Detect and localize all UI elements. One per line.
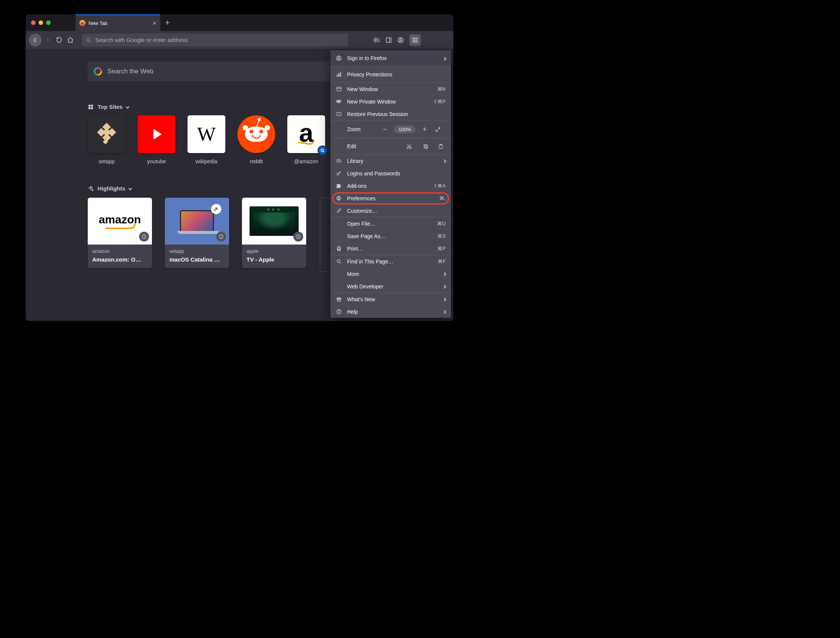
forward-button[interactable] (42, 35, 53, 45)
highlight-card-amazon[interactable]: amazon amazonAmazon.com: O… (88, 198, 152, 268)
menu-label: Logins and Passwords (347, 171, 400, 177)
menu-save-as[interactable]: Save Page As… ⌘S (330, 230, 451, 242)
svg-rect-30 (338, 246, 340, 248)
paste-button[interactable] (435, 144, 447, 149)
app-menu-button[interactable] (409, 35, 421, 46)
svg-point-8 (321, 149, 324, 152)
menu-preferences[interactable]: Preferences ⌘, (330, 192, 451, 204)
youtube-icon (153, 129, 162, 139)
google-icon (94, 67, 102, 76)
zoom-label: Zoom (347, 126, 379, 132)
menu-label: Sign in to Firefox (347, 55, 387, 61)
chevron-down-icon (126, 105, 129, 109)
menu-find[interactable]: Find in This Page… ⌘F (330, 255, 451, 268)
reload-button[interactable] (54, 35, 64, 45)
menu-label: Library (347, 158, 363, 164)
menu-print[interactable]: Print… ⌘P (330, 242, 451, 255)
highlights-label: Highlights (98, 185, 125, 192)
mask-icon (336, 99, 342, 105)
help-icon (336, 309, 342, 314)
chart-icon (336, 72, 342, 77)
close-tab-button[interactable]: × (153, 20, 156, 27)
menu-accel: ⌘P (437, 246, 446, 251)
app-menu: Sign in to Firefox Privacy Protections N… (330, 50, 451, 318)
copy-button[interactable] (420, 144, 431, 149)
svg-point-19 (339, 101, 340, 102)
svg-rect-17 (336, 87, 341, 91)
fullscreen-button[interactable] (435, 126, 447, 132)
library-button[interactable] (373, 37, 380, 43)
search-icon (85, 37, 92, 43)
menu-label: More (347, 271, 359, 277)
top-site-wikipedia[interactable]: W wikipedia (188, 115, 225, 164)
menu-accel: ⇧⌘A (433, 183, 446, 189)
menu-web-developer[interactable]: Web Developer (330, 280, 451, 292)
menu-sign-in[interactable]: Sign in to Firefox (330, 50, 451, 66)
top-site-setapp[interactable]: setapp (88, 115, 126, 164)
brush-icon (336, 208, 342, 213)
menu-label: Save Page As… (347, 233, 385, 239)
tile-label: @amazon (287, 158, 325, 164)
wikipedia-icon: W (197, 123, 215, 145)
top-site-reddit[interactable]: reddit (237, 115, 275, 164)
highlight-card-apple[interactable]: appleTV - Apple (242, 198, 306, 268)
chevron-right-icon (443, 271, 446, 277)
menu-help[interactable]: Help (330, 305, 451, 318)
menu-label: Customize… (347, 208, 377, 214)
url-bar[interactable]: Search with Google or enter address (82, 34, 348, 46)
setapp-icon (97, 125, 116, 144)
highlights-header[interactable]: Highlights (88, 185, 131, 192)
chevron-down-icon (128, 187, 132, 191)
search-web-box[interactable]: Search the Web (88, 62, 333, 81)
home-button[interactable] (65, 35, 76, 45)
top-site-youtube[interactable]: youtube (137, 115, 175, 164)
menu-privacy[interactable]: Privacy Protections (330, 66, 451, 82)
account-button[interactable] (397, 37, 404, 43)
menu-customize[interactable]: Customize… (330, 204, 451, 217)
svg-point-21 (407, 147, 408, 148)
browser-tab[interactable]: New Tab × (76, 14, 160, 31)
svg-point-28 (338, 198, 339, 199)
zoom-in-button[interactable]: + (418, 125, 431, 133)
svg-rect-24 (424, 144, 427, 147)
menu-logins[interactable]: Logins and Passwords (330, 167, 451, 180)
menu-accel: ⌘N (437, 86, 446, 92)
menu-addons[interactable]: Add-ons ⇧⌘A (330, 180, 451, 192)
menu-label: Web Developer (347, 283, 383, 289)
menu-more[interactable]: More (330, 268, 451, 280)
menu-new-window[interactable]: New Window ⌘N (330, 83, 451, 95)
menu-label: New Private Window (347, 99, 396, 105)
menu-library[interactable]: Library (330, 155, 451, 167)
menu-restore-session[interactable]: Restore Previous Session (330, 108, 451, 120)
minimize-window-button[interactable] (39, 21, 43, 25)
new-tab-button[interactable]: + (160, 18, 175, 28)
nav-toolbar: Search with Google or enter address (26, 31, 453, 49)
restore-icon (336, 111, 342, 117)
menu-label: Find in This Page… (347, 259, 393, 265)
menu-zoom-row: Zoom − 100% + (330, 120, 451, 138)
cut-button[interactable] (403, 144, 415, 149)
menu-new-private[interactable]: New Private Window ⇧⌘P (330, 95, 451, 108)
highlight-card-setapp[interactable]: setappmacOS Catalina … (165, 198, 229, 268)
top-site-amazon[interactable]: a @amazon (287, 115, 325, 164)
svg-rect-7 (91, 107, 93, 109)
menu-accel: ⌘O (437, 221, 446, 226)
top-sites-header[interactable]: Top Sites (88, 104, 129, 110)
menu-label: Preferences (347, 196, 376, 201)
zoom-out-button[interactable]: − (379, 125, 391, 133)
zoom-value[interactable]: 100% (394, 125, 415, 133)
menu-open-file[interactable]: Open File… ⌘O (330, 217, 451, 230)
close-window-button[interactable] (31, 21, 36, 25)
svg-rect-15 (338, 73, 339, 76)
svg-point-18 (337, 101, 338, 102)
svg-rect-1 (386, 38, 391, 42)
titlebar: New Tab × + (26, 14, 453, 31)
history-icon (216, 232, 226, 242)
zoom-window-button[interactable] (46, 21, 51, 25)
back-button[interactable] (29, 34, 42, 46)
menu-label: New Window (347, 86, 378, 92)
sidebar-button[interactable] (385, 37, 392, 43)
menu-whats-new[interactable]: What's New (330, 293, 451, 305)
tab-title: New Tab (88, 21, 107, 26)
gear-icon (336, 196, 342, 201)
